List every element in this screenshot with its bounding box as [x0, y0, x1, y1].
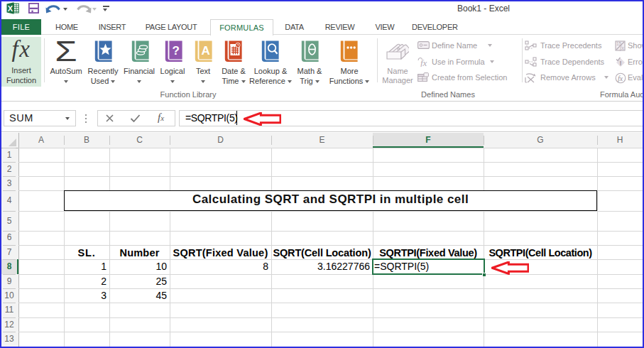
svg-text:!: ! — [620, 60, 622, 67]
svg-text:?: ? — [172, 44, 179, 58]
svg-text:fx: fx — [420, 58, 427, 67]
svg-text:A: A — [201, 44, 209, 58]
svg-text:X: X — [8, 4, 13, 13]
svg-text:fx: fx — [618, 75, 623, 82]
